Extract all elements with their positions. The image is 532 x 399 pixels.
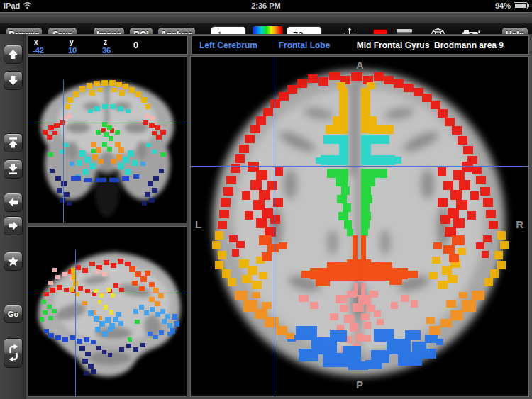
brodmann-label: Brodmann area 9 [434, 40, 504, 50]
left-label: L [195, 218, 201, 230]
axial-brain-image [191, 57, 529, 397]
gyrus-label: Mid Frontal Gyrus [357, 40, 430, 50]
sagittal-brain-image [28, 227, 187, 397]
status-bar: iPad 2:36 PM 94% [0, 0, 532, 12]
go-button[interactable]: Go [4, 305, 23, 323]
axial-crosshair-horizontal [191, 166, 528, 167]
app-window: iPad 2:36 PM 94% Browse Save Image ROI A… [0, 0, 532, 399]
arrow-left-icon [7, 196, 19, 208]
navigation-sidebar: Go [0, 34, 27, 399]
coronal-brain-image [28, 57, 187, 223]
arrow-up-to-bar-icon [7, 137, 19, 149]
anatomical-location-bar: Left Cerebrum Frontal Lobe Mid Frontal G… [191, 35, 529, 55]
battery-icon [514, 2, 529, 9]
x-label: x [34, 38, 38, 46]
coronal-view-panel[interactable] [28, 56, 187, 223]
y-label: y [70, 38, 74, 46]
sagittal-crosshair-horizontal [28, 293, 187, 293]
toolbar: Browse Save Image ROI Analyze [0, 12, 532, 35]
right-label: R [516, 218, 523, 230]
posterior-label: P [356, 378, 363, 390]
coronal-crosshair-horizontal [28, 123, 187, 123]
arrow-right-icon [7, 220, 19, 232]
arrow-down-to-bar-button[interactable] [4, 159, 23, 179]
swap-loop-button[interactable] [4, 338, 23, 368]
y-value: 10 [68, 46, 77, 55]
lobe-label: Frontal Lobe [279, 40, 331, 50]
z-value: 36 [102, 46, 111, 55]
sagittal-crosshair-vertical [75, 250, 76, 396]
anterior-label: A [356, 59, 364, 71]
x-value: -42 [33, 46, 44, 55]
arrow-up-button[interactable] [4, 45, 23, 64]
clock: 2:36 PM [0, 1, 532, 10]
swap-loop-icon [5, 342, 22, 364]
arrow-up-to-bar-button[interactable] [4, 133, 23, 152]
star-icon [7, 255, 19, 267]
arrow-down-button[interactable] [4, 71, 23, 90]
hemisphere-label: Left Cerebrum [199, 40, 257, 50]
coronal-crosshair-vertical [63, 80, 64, 223]
arrow-left-button[interactable] [4, 193, 23, 212]
star-button[interactable] [4, 252, 23, 271]
sagittal-view-panel[interactable] [28, 226, 187, 397]
content-frame: x -42 y 10 z 36 0 Left Cerebrum Frontal … [26, 34, 532, 399]
arrow-down-icon [7, 74, 19, 86]
z-label: z [104, 38, 107, 46]
arrow-right-button[interactable] [4, 216, 23, 235]
coordinate-readout: x -42 y 10 z 36 0 [28, 35, 188, 55]
axial-crosshair-vertical [275, 57, 275, 396]
arrow-up-icon [7, 48, 19, 60]
arrow-down-to-bar-icon [7, 163, 19, 175]
battery-percent: 94% [495, 1, 511, 10]
voxel-value: 0 [133, 40, 138, 50]
axial-view-panel[interactable]: A P L R [190, 56, 529, 397]
